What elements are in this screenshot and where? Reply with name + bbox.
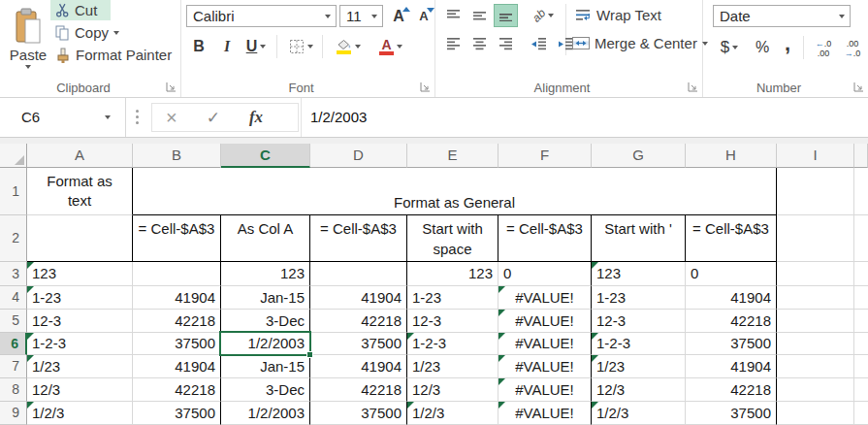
cell-E6[interactable]: 1-2-3 (407, 333, 498, 355)
cell-C9[interactable]: 1/2/2003 (221, 402, 310, 425)
cell-G9[interactable]: 1/2/3 (592, 402, 686, 425)
cell-B2[interactable]: = Cell-$A$3 (133, 215, 221, 262)
cell-partial-8[interactable] (854, 378, 868, 402)
comma-style-button[interactable]: , (779, 32, 796, 55)
cell-C8[interactable]: 3-Dec (221, 378, 310, 402)
cut-button[interactable]: Cut (50, 0, 111, 20)
merge-center-button[interactable]: Merge & Center (567, 33, 713, 53)
increase-decimal-button[interactable]: ←.0 .00 (811, 39, 836, 58)
column-header-G[interactable]: G (592, 144, 686, 168)
cell-B7[interactable]: 41904 (133, 355, 221, 378)
cell-E7[interactable]: 1/23 (407, 355, 498, 378)
cell-B5[interactable]: 42218 (133, 310, 221, 333)
cell-A8[interactable]: 12/3 (27, 378, 133, 402)
column-header-F[interactable]: F (498, 144, 592, 168)
cell-I6[interactable] (777, 333, 854, 355)
cell-C2[interactable]: As Col A (221, 215, 310, 262)
cell-D2[interactable]: = Cell-$A$3 (310, 215, 407, 262)
cell-H7[interactable]: 41904 (686, 355, 777, 378)
formula-bar-resize-handle[interactable] (136, 110, 140, 127)
orientation-button[interactable]: ab (527, 4, 560, 27)
cell-D7[interactable]: 41904 (310, 355, 407, 378)
column-header-E[interactable]: E (407, 144, 498, 168)
font-dialog-launcher[interactable] (420, 82, 432, 93)
cell-E4[interactable]: 1-23 (407, 286, 498, 310)
cell-B3[interactable] (133, 262, 221, 286)
cell-F6[interactable]: #VALUE! (498, 333, 592, 355)
italic-button[interactable]: I (218, 35, 236, 58)
cell-A5[interactable]: 12-3 (27, 310, 133, 333)
cell-I1[interactable] (777, 168, 854, 215)
cell-I2[interactable] (777, 215, 854, 262)
bottom-align-button[interactable] (494, 4, 518, 27)
number-format-combobox[interactable]: Date (713, 5, 851, 27)
cell-A7[interactable]: 1/23 (27, 355, 133, 378)
cell-G4[interactable]: 1-23 (592, 286, 686, 310)
cell-D3[interactable] (310, 262, 407, 286)
cell-A4[interactable]: 1-23 (27, 286, 133, 310)
fill-color-button[interactable] (333, 35, 364, 58)
cell-E5[interactable]: 12-3 (407, 310, 498, 333)
cell-partial-2[interactable] (854, 215, 868, 262)
cell-A9[interactable]: 1/2/3 (27, 402, 133, 425)
top-align-button[interactable] (441, 4, 466, 27)
cell-I9[interactable] (777, 402, 854, 425)
decrease-decimal-button[interactable]: .00 →.0 (840, 39, 865, 58)
column-header-C[interactable]: C (221, 144, 310, 168)
cell-E3[interactable]: 123 (407, 262, 498, 286)
font-size-combobox[interactable]: 11 (339, 5, 383, 27)
row-header-9[interactable]: 9 (0, 402, 27, 425)
row-header-2[interactable]: 2 (0, 215, 27, 262)
cell-G8[interactable]: 12/3 (592, 378, 686, 402)
paste-button[interactable]: Paste (8, 0, 48, 76)
cell-F5[interactable]: #VALUE! (498, 310, 592, 333)
format-painter-button[interactable]: Format Painter (50, 45, 177, 65)
cell-H5[interactable]: 42218 (686, 310, 777, 333)
cell-partial-3[interactable] (854, 262, 868, 286)
cell-H3[interactable]: 0 (686, 262, 777, 286)
borders-button[interactable] (286, 35, 315, 58)
cell-A1[interactable]: Format as text (27, 168, 133, 215)
cell-E2[interactable]: Start with space (407, 215, 498, 262)
cell-I5[interactable] (777, 310, 854, 333)
cell-partial-5[interactable] (854, 310, 868, 333)
column-header-B[interactable]: B (133, 144, 221, 168)
cell-B1-merged-title[interactable]: Format as General (133, 168, 777, 215)
alignment-dialog-launcher[interactable] (688, 82, 699, 93)
cell-partial-1[interactable] (854, 168, 868, 215)
name-box[interactable]: C6 (0, 98, 126, 137)
middle-align-button[interactable] (467, 4, 492, 27)
number-dialog-launcher[interactable] (853, 82, 865, 93)
formula-input[interactable]: 1/2/2003 (310, 109, 367, 125)
cell-C7[interactable]: Jan-15 (221, 355, 310, 378)
select-all-corner[interactable] (0, 144, 27, 168)
copy-button[interactable]: Copy (50, 22, 124, 43)
clipboard-dialog-launcher[interactable] (166, 82, 177, 93)
cell-F9[interactable]: #VALUE! (498, 402, 592, 425)
enter-button[interactable]: ✓ (207, 108, 220, 128)
cell-A3[interactable]: 123 (27, 262, 133, 286)
fill-handle[interactable] (306, 351, 313, 358)
row-header-4[interactable]: 4 (0, 286, 27, 310)
cell-H6[interactable]: 37500 (686, 333, 777, 355)
cell-H8[interactable]: 42218 (686, 378, 777, 402)
cell-G5[interactable]: 12-3 (592, 310, 686, 333)
percent-style-button[interactable]: % (752, 36, 773, 59)
column-header-partial[interactable] (854, 144, 868, 168)
cell-D5[interactable]: 42218 (310, 310, 407, 333)
cell-D6[interactable]: 37500 (310, 333, 407, 355)
cell-G3[interactable]: 123 (592, 262, 686, 286)
cell-C5[interactable]: 3-Dec (221, 310, 310, 333)
cell-B4[interactable]: 41904 (133, 286, 221, 310)
cell-A6[interactable]: 1-2-3 (27, 333, 133, 355)
cell-I4[interactable] (777, 286, 854, 310)
align-right-button[interactable] (494, 32, 518, 55)
cell-D8[interactable]: 42218 (310, 378, 407, 402)
align-left-button[interactable] (441, 32, 466, 55)
cell-I3[interactable] (777, 262, 854, 286)
align-center-button[interactable] (467, 32, 492, 55)
cell-partial-4[interactable] (854, 286, 868, 310)
cell-C3[interactable]: 123 (221, 262, 310, 286)
cell-G6[interactable]: 1-2-3 (592, 333, 686, 355)
bold-button[interactable]: B (189, 35, 209, 58)
